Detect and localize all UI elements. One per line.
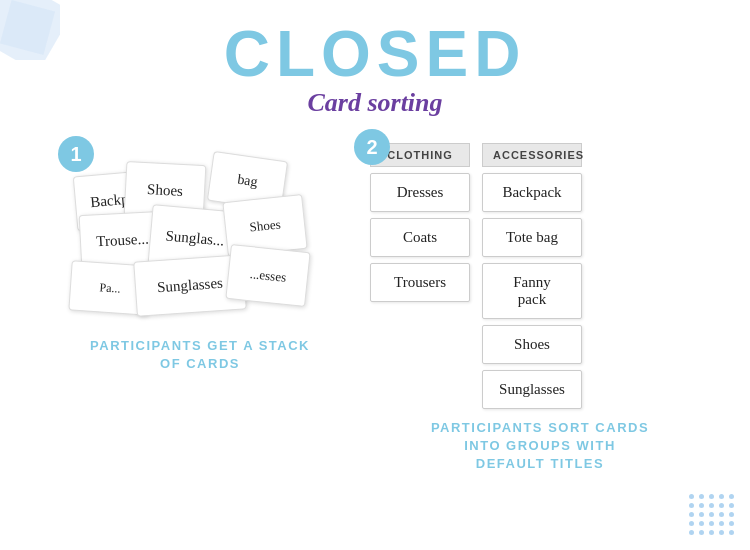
step1-badge: 1 xyxy=(58,136,94,172)
accessories-card-2: Tote bag xyxy=(482,218,582,257)
accessories-card-3: Fannypack xyxy=(482,263,582,319)
accessories-column: ACCESSORIES Backpack Tote bag Fannypack … xyxy=(482,143,582,409)
accessories-header: ACCESSORIES xyxy=(482,143,582,167)
decorative-triangle xyxy=(0,0,60,60)
clothing-card-1: Dresses xyxy=(370,173,470,212)
step2-section: 2 CLOTHING Dresses Coats Trousers ACCESS… xyxy=(370,138,710,474)
step2-badge: 2 xyxy=(354,129,390,165)
main-content: 1 Backp... Shoes bag Trouse... Sunglas..… xyxy=(0,118,750,474)
card-stack: 1 Backp... Shoes bag Trouse... Sunglas..… xyxy=(70,148,330,323)
step1-label: PARTICIPANTS GET A STACKOF CARDS xyxy=(90,337,310,373)
main-title: CLOSED xyxy=(0,22,750,86)
clothing-card-2: Coats xyxy=(370,218,470,257)
page-header: CLOSED Card sorting xyxy=(0,0,750,118)
subtitle: Card sorting xyxy=(0,88,750,118)
decorative-dots xyxy=(689,494,735,535)
accessories-card-5: Sunglasses xyxy=(482,370,582,409)
clothing-card-3: Trousers xyxy=(370,263,470,302)
step1-section: 1 Backp... Shoes bag Trouse... Sunglas..… xyxy=(40,138,360,373)
accessories-card-4: Shoes xyxy=(482,325,582,364)
stack-card-9: ...esses xyxy=(225,244,310,307)
accessories-card-1: Backpack xyxy=(482,173,582,212)
clothing-column: CLOTHING Dresses Coats Trousers xyxy=(370,143,470,302)
step2-label: PARTICIPANTS SORT CARDSINTO GROUPS WITHD… xyxy=(370,419,710,474)
step2-categories: 2 CLOTHING Dresses Coats Trousers ACCESS… xyxy=(370,143,582,409)
